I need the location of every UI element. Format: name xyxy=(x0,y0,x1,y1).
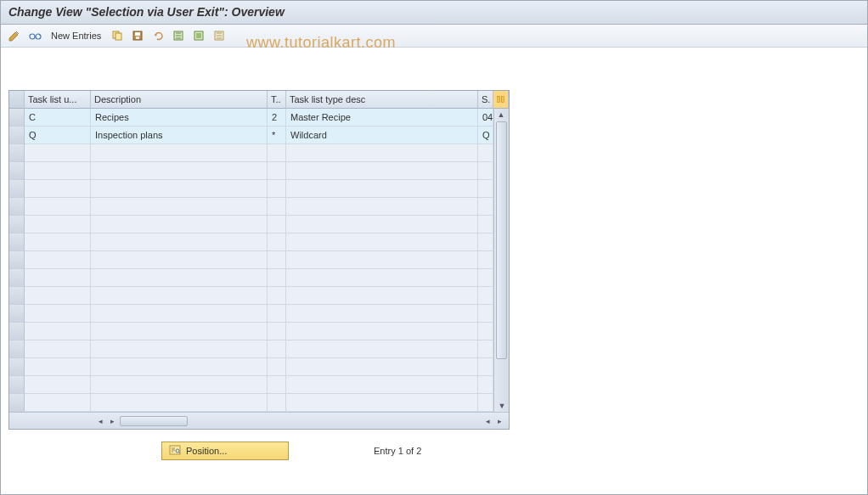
cell-empty[interactable] xyxy=(478,144,493,162)
cell-empty[interactable] xyxy=(478,305,493,323)
cell-empty[interactable] xyxy=(268,358,286,376)
cell-empty[interactable] xyxy=(91,376,268,394)
col-header-tasklist[interactable]: Task list u... xyxy=(25,91,91,109)
cell-empty[interactable] xyxy=(268,162,286,180)
cell-empty[interactable] xyxy=(286,198,478,216)
position-button[interactable]: Position... xyxy=(161,442,289,460)
cell-empty[interactable] xyxy=(478,233,493,251)
scroll-right-end-icon[interactable]: ▸ xyxy=(493,415,505,427)
select-all-corner[interactable] xyxy=(9,91,25,109)
change-icon[interactable] xyxy=(7,28,22,43)
cell-empty[interactable] xyxy=(478,340,493,358)
vertical-scroll-thumb[interactable] xyxy=(496,121,507,359)
cell-empty[interactable] xyxy=(478,287,493,305)
select-block-icon[interactable] xyxy=(191,28,206,43)
cell-empty[interactable] xyxy=(286,305,478,323)
cell-empty[interactable] xyxy=(286,394,478,412)
col-header-typedesc[interactable]: Task list type desc xyxy=(286,91,478,109)
cell-empty[interactable] xyxy=(286,376,478,394)
cell-empty[interactable] xyxy=(91,144,268,162)
cell-empty[interactable] xyxy=(91,394,268,412)
scroll-left-icon[interactable]: ▸ xyxy=(106,415,118,427)
cell-empty[interactable] xyxy=(25,233,91,251)
horizontal-scroll-thumb[interactable] xyxy=(120,416,188,426)
cell-empty[interactable] xyxy=(286,269,478,287)
cell-empty[interactable] xyxy=(268,251,286,269)
scroll-down-icon[interactable]: ▼ xyxy=(495,400,509,412)
row-selector[interactable] xyxy=(9,109,25,127)
cell-empty[interactable] xyxy=(91,358,268,376)
scroll-right-icon[interactable]: ◂ xyxy=(482,415,493,427)
cell-empty[interactable] xyxy=(25,144,91,162)
cell-empty[interactable] xyxy=(478,269,493,287)
cell-empty[interactable] xyxy=(478,358,493,376)
cell-empty[interactable] xyxy=(91,233,268,251)
cell-empty[interactable] xyxy=(286,216,478,233)
cell-empty[interactable] xyxy=(286,287,478,305)
cell-typedesc[interactable]: Master Recipe xyxy=(286,109,478,127)
cell-empty[interactable] xyxy=(286,251,478,269)
select-all-icon[interactable] xyxy=(171,28,186,43)
cell-tasklist[interactable]: Q xyxy=(25,127,91,144)
cell-empty[interactable] xyxy=(25,358,91,376)
config-column-icon[interactable] xyxy=(493,91,509,109)
row-selector[interactable] xyxy=(9,162,25,180)
cell-type[interactable]: 2 xyxy=(268,109,286,127)
save-icon[interactable] xyxy=(130,28,145,43)
cell-empty[interactable] xyxy=(25,162,91,180)
cell-empty[interactable] xyxy=(286,358,478,376)
row-selector[interactable] xyxy=(9,144,25,162)
cell-empty[interactable] xyxy=(25,287,91,305)
cell-empty[interactable] xyxy=(478,376,493,394)
cell-empty[interactable] xyxy=(268,323,286,340)
cell-empty[interactable] xyxy=(286,180,478,198)
cell-tasklist[interactable]: C xyxy=(25,109,91,127)
cell-empty[interactable] xyxy=(478,180,493,198)
cell-empty[interactable] xyxy=(25,323,91,340)
cell-type[interactable]: * xyxy=(268,127,286,144)
deselect-icon[interactable] xyxy=(211,28,227,43)
cell-empty[interactable] xyxy=(478,394,493,412)
row-selector[interactable] xyxy=(9,376,25,394)
cell-empty[interactable] xyxy=(25,376,91,394)
cell-empty[interactable] xyxy=(268,180,286,198)
cell-empty[interactable] xyxy=(91,162,268,180)
cell-empty[interactable] xyxy=(268,144,286,162)
cell-empty[interactable] xyxy=(286,144,478,162)
cell-empty[interactable] xyxy=(478,198,493,216)
scroll-up-icon[interactable]: ▲ xyxy=(494,109,508,121)
cell-empty[interactable] xyxy=(25,198,91,216)
cell-empty[interactable] xyxy=(268,305,286,323)
cell-empty[interactable] xyxy=(25,394,91,412)
copy-icon[interactable] xyxy=(110,28,125,43)
cell-empty[interactable] xyxy=(478,162,493,180)
cell-empty[interactable] xyxy=(478,323,493,340)
cell-empty[interactable] xyxy=(286,323,478,340)
cell-typedesc[interactable]: Wildcard xyxy=(286,127,478,144)
cell-empty[interactable] xyxy=(286,162,478,180)
cell-empty[interactable] xyxy=(25,305,91,323)
col-header-type[interactable]: T.. xyxy=(268,91,286,109)
cell-empty[interactable] xyxy=(286,340,478,358)
cell-description[interactable]: Recipes xyxy=(91,109,268,127)
row-selector[interactable] xyxy=(9,180,25,198)
row-selector[interactable] xyxy=(9,251,25,269)
cell-empty[interactable] xyxy=(25,216,91,233)
cell-empty[interactable] xyxy=(25,340,91,358)
cell-empty[interactable] xyxy=(25,251,91,269)
cell-empty[interactable] xyxy=(91,340,268,358)
cell-empty[interactable] xyxy=(91,216,268,233)
cell-empty[interactable] xyxy=(91,323,268,340)
cell-empty[interactable] xyxy=(478,251,493,269)
row-selector[interactable] xyxy=(9,233,25,251)
col-header-s[interactable]: S. xyxy=(478,91,493,109)
cell-empty[interactable] xyxy=(91,198,268,216)
cell-empty[interactable] xyxy=(25,180,91,198)
row-selector[interactable] xyxy=(9,269,25,287)
row-selector[interactable] xyxy=(9,287,25,305)
undo-icon[interactable] xyxy=(150,28,166,43)
cell-empty[interactable] xyxy=(91,180,268,198)
row-selector[interactable] xyxy=(9,216,25,233)
col-header-description[interactable]: Description xyxy=(91,91,268,109)
row-selector[interactable] xyxy=(9,340,25,358)
